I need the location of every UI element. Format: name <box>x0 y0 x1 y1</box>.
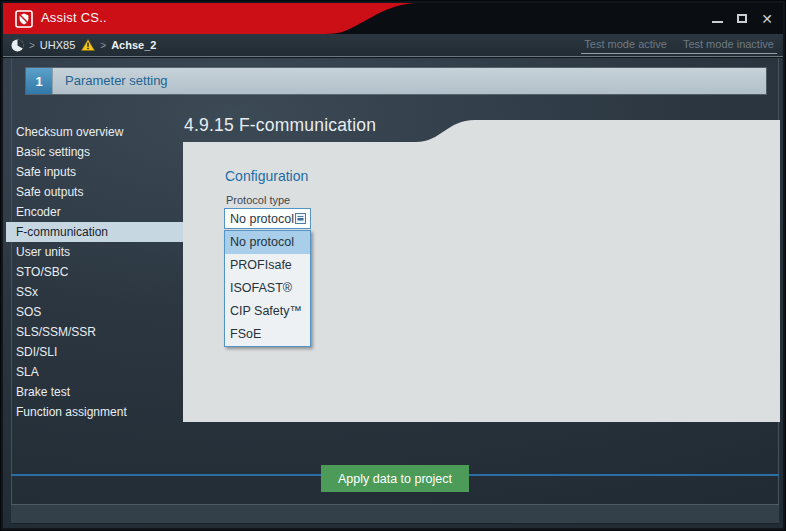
apply-data-button[interactable]: Apply data to project <box>321 465 469 492</box>
title-bar: Assist CS.. ✕ <box>3 3 783 34</box>
window-controls: ✕ <box>709 3 775 34</box>
sidebar-item-brake-test[interactable]: Brake test <box>6 382 185 402</box>
step-label: Parameter setting <box>52 68 766 94</box>
sidebar-item-ssx[interactable]: SSx <box>6 282 185 302</box>
step-number-badge: 1 <box>26 68 52 94</box>
device-icon <box>11 39 24 52</box>
maximize-icon <box>737 14 747 23</box>
sidebar-item-function-assignment[interactable]: Function assignment <box>6 402 185 422</box>
minimize-icon <box>712 21 723 23</box>
sidebar-item-user-units[interactable]: User units <box>6 242 185 262</box>
status-bar <box>11 504 779 524</box>
protocol-dropdown-list: No protocol PROFIsafe ISOFAST® CIP Safet… <box>224 230 311 347</box>
step-bar-parameter-setting[interactable]: 1 Parameter setting <box>26 68 766 94</box>
option-isofast[interactable]: ISOFAST® <box>225 277 310 300</box>
option-fsoe[interactable]: FSoE <box>225 323 310 346</box>
breadcrumb: > UHX85 > Achse_2 Test mode active Test … <box>3 34 783 57</box>
sidebar-item-sos[interactable]: SOS <box>6 302 185 322</box>
dropdown-list-icon <box>295 213 306 224</box>
protocol-type-combobox[interactable]: No protocol <box>224 208 311 229</box>
main-area: 1 Parameter setting Checksum overview Ba… <box>3 58 783 528</box>
warning-triangle-icon <box>81 39 95 51</box>
tab-test-mode-inactive[interactable]: Test mode inactive <box>683 38 774 50</box>
sidebar-item-sls-ssm-ssr[interactable]: SLS/SSM/SSR <box>6 322 185 342</box>
combobox-value: No protocol <box>230 212 294 226</box>
test-mode-tabs: Test mode active Test mode inactive <box>581 38 777 54</box>
sidebar-item-f-communication[interactable]: F-communication <box>6 222 185 242</box>
breadcrumb-device[interactable]: UHX85 <box>40 39 75 51</box>
maximize-button[interactable] <box>734 11 750 27</box>
sidebar-item-sdi-sli[interactable]: SDI/SLI <box>6 342 185 362</box>
sidebar-item-sto-sbc[interactable]: STO/SBC <box>6 262 185 282</box>
app-window: Assist CS.. ✕ > UHX85 > Achse_2 Test mod… <box>0 0 786 531</box>
sidebar-item-checksum-overview[interactable]: Checksum overview <box>6 122 185 142</box>
breadcrumb-separator: > <box>100 40 106 51</box>
content-panel: Configuration Protocol type No protocol … <box>183 142 780 422</box>
section-title: Configuration <box>225 168 308 184</box>
breadcrumb-separator: > <box>29 40 35 51</box>
sidebar-item-safe-inputs[interactable]: Safe inputs <box>6 162 185 182</box>
option-cip-safety[interactable]: CIP Safety™ <box>225 300 310 323</box>
option-profisafe[interactable]: PROFIsafe <box>225 254 310 277</box>
close-button[interactable]: ✕ <box>759 11 775 27</box>
sidebar-item-encoder[interactable]: Encoder <box>6 202 185 222</box>
sidebar-item-sla[interactable]: SLA <box>6 362 185 382</box>
sidebar-item-basic-settings[interactable]: Basic settings <box>6 142 185 162</box>
close-icon: ✕ <box>761 12 773 26</box>
sidebar-nav: Checksum overview Basic settings Safe in… <box>6 122 185 422</box>
page-title: 4.9.15 F-communication <box>184 115 376 136</box>
sidebar-item-safe-outputs[interactable]: Safe outputs <box>6 182 185 202</box>
tab-test-mode-active[interactable]: Test mode active <box>584 38 667 50</box>
breadcrumb-axis[interactable]: Achse_2 <box>111 39 156 51</box>
app-logo-shield-icon <box>15 10 33 28</box>
app-title: Assist CS.. <box>41 10 107 25</box>
protocol-type-label: Protocol type <box>226 194 290 206</box>
option-no-protocol[interactable]: No protocol <box>225 231 310 254</box>
minimize-button[interactable] <box>709 11 725 27</box>
